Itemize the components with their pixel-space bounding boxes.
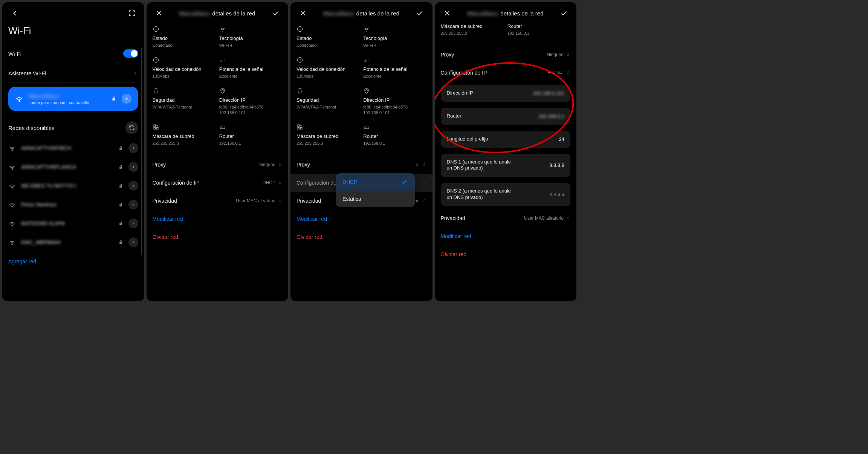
wifi-tech-icon <box>363 26 426 33</box>
svg-rect-4 <box>156 128 158 130</box>
wifi-toggle-row[interactable]: Wi-Fi <box>8 43 138 64</box>
mascara-label: Máscara de subred <box>441 23 504 29</box>
popup-option-estatica[interactable]: Estática <box>336 191 415 207</box>
network-details-screen-popup: MacuMacu detalles de la red EstadoConect… <box>290 2 432 301</box>
confirm-icon[interactable] <box>558 9 570 17</box>
proxy-row[interactable]: Proxy Ninguno <box>441 46 571 64</box>
back-icon[interactable] <box>8 9 21 17</box>
network-name: KMC_MBFB8AH <box>21 239 113 245</box>
direccionip-value: fe80::ca4:cdff:fe84:b578 192.168.0.101 <box>219 104 282 116</box>
network-name: RATDONEI KUPM <box>21 220 113 226</box>
tecnologia-label: Tecnología <box>219 35 282 41</box>
prefijo-field[interactable]: Longitud del prefijo 24 <box>441 131 571 148</box>
dns1-field[interactable]: DNS 1 (a menos que lo anule un DNS priva… <box>441 154 571 177</box>
router-field[interactable]: Router 192.168.0.1 <box>441 108 571 125</box>
signal-icon <box>363 57 426 64</box>
wifi-icon <box>15 95 23 103</box>
detail-chevron-icon[interactable] <box>128 200 138 209</box>
modificar-red-link[interactable]: Modificar red <box>153 210 283 228</box>
detail-chevron-icon[interactable] <box>128 143 138 153</box>
tecnologia-value: Wi-Fi 4 <box>219 43 282 48</box>
confirm-icon[interactable] <box>413 9 426 17</box>
popup-option-dhcp[interactable]: DHCP <box>336 173 415 191</box>
velocidad-value: 135Mbps <box>153 73 215 79</box>
proxy-row[interactable]: Proxy no <box>296 156 426 174</box>
router-label: Router <box>507 23 570 29</box>
wifi-icon <box>8 144 16 152</box>
svg-rect-12 <box>298 128 300 130</box>
network-name: Perez Martinez <box>21 202 113 208</box>
refresh-icon[interactable] <box>125 121 138 134</box>
detail-title-ssid: MacuMacu <box>468 10 498 17</box>
ipconfig-row[interactable]: Configuración de IP Estática <box>441 64 571 82</box>
updown-icon <box>278 162 282 167</box>
updown-icon <box>566 216 570 221</box>
network-item[interactable]: RATDONEI KUPM <box>8 214 138 233</box>
ipconfig-row[interactable]: Configuración de IP DHCP <box>153 174 283 192</box>
network-list: AIRACATTVWFIBCHAIRACATTVWFLANCAMD EBES T… <box>8 139 138 252</box>
signal-icon <box>219 57 282 64</box>
detail-chevron-icon[interactable] <box>128 162 138 172</box>
detail-chevron-icon[interactable] <box>128 181 138 191</box>
network-name: MD EBES TU BOYYO I <box>21 183 113 189</box>
detail-chevron-icon[interactable] <box>128 237 138 247</box>
svg-point-2 <box>222 89 224 91</box>
add-network-link[interactable]: Agregar red <box>8 258 138 264</box>
network-static-config-screen: MacuMacu detalles de la red Máscara de s… <box>435 2 577 301</box>
close-icon[interactable] <box>153 9 165 17</box>
detail-title-suffix: detalles de la red <box>212 10 255 17</box>
network-item[interactable]: MD EBES TU BOYYO I <box>8 176 138 195</box>
modificar-red-link[interactable]: Modificar red <box>441 227 571 245</box>
olvidar-red-link[interactable]: Olvidar red <box>153 228 283 246</box>
network-item[interactable]: KMC_MBFB8AH <box>8 233 138 252</box>
svg-rect-3 <box>154 125 156 127</box>
subnet-icon <box>153 124 215 131</box>
updown-icon <box>278 198 282 203</box>
direccion-ip-field[interactable]: Dirección IP 192.168.0.101 <box>441 85 571 102</box>
olvidar-red-link[interactable]: Olvidar red <box>441 245 571 263</box>
network-name: AIRACATTVWFLANCA <box>21 164 113 170</box>
lock-icon <box>118 221 123 226</box>
detail-chevron-icon[interactable] <box>122 94 131 104</box>
connected-hint: Toque para compartir contraseña <box>29 100 106 105</box>
detail-chevron-icon[interactable] <box>128 219 138 228</box>
wifi-icon <box>8 163 16 171</box>
proxy-row[interactable]: Proxy Ninguno <box>153 156 283 174</box>
modificar-red-link[interactable]: Modificar red <box>296 210 426 228</box>
router-value: 192.168.0.1 <box>219 141 282 146</box>
updown-icon <box>566 52 570 57</box>
network-item[interactable]: AIRACATTVWFIBCH <box>8 139 138 157</box>
wifi-toggle[interactable] <box>123 49 138 58</box>
scrollbar[interactable] <box>141 47 142 255</box>
wifi-tech-icon <box>219 26 282 33</box>
network-item[interactable]: Perez Martinez <box>8 195 138 214</box>
dns2-field[interactable]: DNS 2 (a menos que lo anule un DNS priva… <box>441 183 571 206</box>
scan-icon[interactable] <box>125 9 138 17</box>
wifi-icon <box>8 201 16 208</box>
router-label: Router <box>219 133 282 139</box>
detail-title-ssid: MacuMacu <box>323 10 354 17</box>
network-details-screen: MacuMacu detalles de la red Estado Conec… <box>147 2 289 301</box>
wifi-assistant-row[interactable]: Asistente Wi-Fi <box>8 64 138 83</box>
confirm-icon[interactable] <box>269 9 282 17</box>
close-icon[interactable] <box>296 9 309 17</box>
network-item[interactable]: AIRACATTVWFLANCA <box>8 157 138 176</box>
connected-network-card[interactable]: MacuMacu Toque para compartir contraseña <box>8 87 138 111</box>
ipconfig-popup: DHCP Estática <box>336 173 415 207</box>
ip-icon <box>219 87 282 95</box>
potencia-value: Excelente <box>219 73 282 79</box>
wifi-icon <box>8 238 16 246</box>
updown-icon <box>566 70 570 75</box>
privacidad-row[interactable]: Privacidad Usar MAC aleatorio <box>153 192 283 210</box>
lock-icon <box>118 146 123 151</box>
svg-rect-10 <box>298 125 300 127</box>
svg-point-9 <box>366 89 368 91</box>
privacidad-row[interactable]: Privacidad Usar MAC aleatorio <box>441 209 571 227</box>
updown-icon <box>422 198 426 203</box>
chevron-right-icon <box>132 70 138 76</box>
wifi-assistant-label: Asistente Wi-Fi <box>8 70 46 76</box>
olvidar-red-link[interactable]: Olvidar red <box>296 228 426 246</box>
connected-ssid: MacuMacu <box>29 93 59 99</box>
close-icon[interactable] <box>441 9 454 17</box>
wifi-icon <box>8 182 16 190</box>
